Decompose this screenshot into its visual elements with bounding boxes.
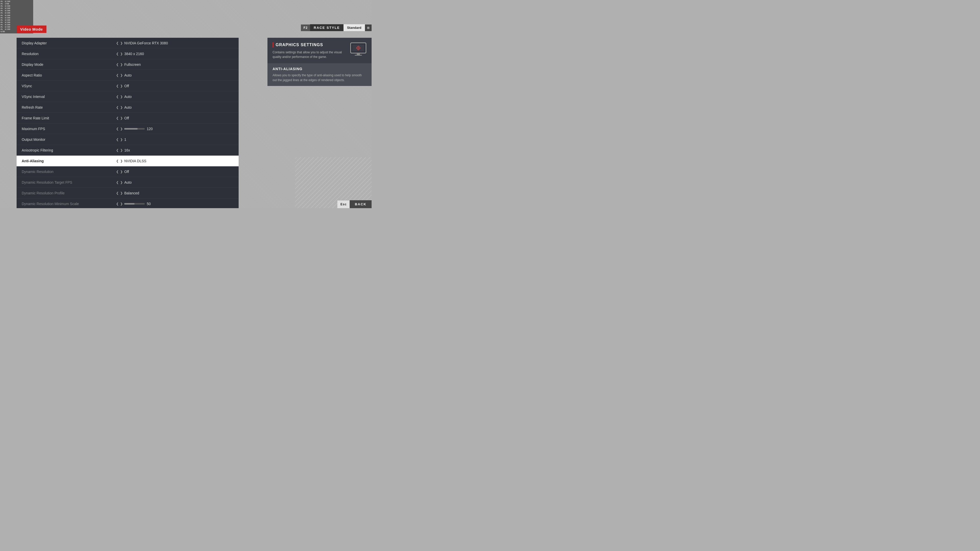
right-arrow[interactable]: ❯ bbox=[120, 170, 123, 173]
svg-rect-8 bbox=[356, 48, 357, 48]
left-arrow[interactable]: ❮ bbox=[116, 159, 119, 163]
slider-container[interactable]: 120 bbox=[124, 127, 153, 131]
row-label: Anti-Aliasing bbox=[22, 159, 116, 163]
settings-row[interactable]: Dynamic Resolution Target FPS❮❯Auto bbox=[17, 177, 239, 188]
grid-icon[interactable]: ⊞ bbox=[365, 24, 372, 31]
right-arrow[interactable]: ❯ bbox=[120, 63, 123, 66]
settings-row[interactable]: VSync Interval❮❯Auto bbox=[17, 91, 239, 102]
f2-badge: F2 bbox=[301, 24, 310, 31]
row-label: Output Monitor bbox=[22, 138, 116, 141]
row-value-container: ❮❯Fullscreen bbox=[116, 62, 141, 67]
left-arrow[interactable]: ❮ bbox=[116, 116, 119, 120]
right-arrow[interactable]: ❯ bbox=[120, 84, 123, 88]
right-arrow[interactable]: ❯ bbox=[120, 52, 123, 56]
svg-rect-6 bbox=[358, 46, 359, 47]
row-value: 3840 x 2160 bbox=[124, 52, 144, 56]
row-value-container: ❮❯50 bbox=[116, 202, 151, 206]
left-arrow[interactable]: ❮ bbox=[116, 52, 119, 56]
settings-row[interactable]: Anisotropic Filtering❮❯16x bbox=[17, 145, 239, 156]
right-arrow[interactable]: ❯ bbox=[120, 116, 123, 120]
settings-row[interactable]: Display Adapter❮❯NVIDIA GeForce RTX 3080 bbox=[17, 38, 239, 48]
settings-row[interactable]: Resolution❮❯3840 x 2160 bbox=[17, 48, 239, 59]
left-arrow[interactable]: ❮ bbox=[116, 84, 119, 88]
row-value: Auto bbox=[124, 180, 132, 184]
row-value-container: ❮❯Auto bbox=[116, 180, 132, 184]
right-arrow[interactable]: ❯ bbox=[120, 181, 123, 184]
left-arrow[interactable]: ❮ bbox=[116, 127, 119, 130]
settings-row[interactable]: Dynamic Resolution Minimum Scale❮❯50 bbox=[17, 198, 239, 208]
settings-row[interactable]: Dynamic Resolution❮❯Off bbox=[17, 166, 239, 177]
right-arrow[interactable]: ❯ bbox=[120, 202, 123, 206]
slider-track bbox=[124, 203, 145, 205]
slider-fill bbox=[124, 203, 135, 205]
settings-row[interactable]: Output Monitor❮❯1 bbox=[17, 134, 239, 145]
row-label: Dynamic Resolution Profile bbox=[22, 191, 116, 195]
top-bar: F2 RACE STYLE Standard ⊞ bbox=[301, 24, 372, 31]
right-arrow[interactable]: ❯ bbox=[120, 138, 123, 141]
row-value-container: ❮❯Off bbox=[116, 84, 129, 88]
slider-value: 50 bbox=[147, 202, 151, 206]
left-arrow[interactable]: ❮ bbox=[116, 95, 119, 98]
svg-rect-2 bbox=[357, 54, 360, 55]
row-value-container: ❮❯Off bbox=[116, 170, 129, 174]
settings-row[interactable]: Display Mode❮❯Fullscreen bbox=[17, 59, 239, 70]
settings-row[interactable]: VSync❮❯Off bbox=[17, 81, 239, 91]
row-value-container: ❮❯Balanced bbox=[116, 191, 139, 195]
row-value-container: ❮❯Auto bbox=[116, 105, 132, 110]
left-arrow[interactable]: ❮ bbox=[116, 191, 119, 195]
row-value: Off bbox=[124, 84, 129, 88]
left-arrow[interactable]: ❮ bbox=[116, 170, 119, 173]
svg-point-5 bbox=[358, 48, 359, 49]
row-label: Display Adapter bbox=[22, 41, 116, 45]
row-label: Refresh Rate bbox=[22, 105, 116, 110]
right-arrow[interactable]: ❯ bbox=[120, 127, 123, 130]
left-arrow[interactable]: ❮ bbox=[116, 202, 119, 206]
info-header: GRAPHICS SETTINGS Contains settings that… bbox=[267, 38, 372, 63]
settings-row[interactable]: Refresh Rate❮❯Auto bbox=[17, 102, 239, 113]
row-label: Anisotropic Filtering bbox=[22, 148, 116, 152]
svg-rect-3 bbox=[355, 55, 362, 56]
info-title: GRAPHICS SETTINGS bbox=[272, 42, 346, 48]
left-arrow[interactable]: ❮ bbox=[116, 41, 119, 45]
left-arrow[interactable]: ❮ bbox=[116, 73, 119, 77]
row-value-container: ❮❯Off bbox=[116, 116, 129, 120]
row-label: Dynamic Resolution Target FPS bbox=[22, 180, 116, 184]
settings-row[interactable]: Aspect Ratio❮❯Auto bbox=[17, 70, 239, 81]
row-value-container: ❮❯120 bbox=[116, 127, 153, 131]
row-value-container: ❮❯1 bbox=[116, 138, 126, 141]
row-value: Balanced bbox=[124, 191, 139, 195]
row-value: Auto bbox=[124, 73, 132, 77]
slider-container[interactable]: 50 bbox=[124, 202, 151, 206]
row-label: Display Mode bbox=[22, 62, 116, 67]
back-button[interactable]: BACK bbox=[350, 200, 372, 208]
right-arrow[interactable]: ❯ bbox=[120, 95, 123, 98]
row-value: NVIDIA GeForce RTX 3080 bbox=[124, 41, 168, 45]
left-arrow[interactable]: ❮ bbox=[116, 148, 119, 152]
right-arrow[interactable]: ❯ bbox=[120, 148, 123, 152]
left-arrow[interactable]: ❮ bbox=[116, 63, 119, 66]
right-arrow[interactable]: ❯ bbox=[120, 191, 123, 195]
info-panel: GRAPHICS SETTINGS Contains settings that… bbox=[267, 38, 372, 86]
settings-row[interactable]: Anti-Aliasing❮❯NVIDIA DLSS bbox=[17, 156, 239, 166]
row-value: 16x bbox=[124, 148, 130, 152]
row-value-container: ❮❯Auto bbox=[116, 73, 132, 77]
left-arrow[interactable]: ❮ bbox=[116, 138, 119, 141]
row-label: Dynamic Resolution Minimum Scale bbox=[22, 202, 116, 206]
settings-row[interactable]: Frame Rate Limit❮❯Off bbox=[17, 113, 239, 124]
settings-row[interactable]: Maximum FPS❮❯120 bbox=[17, 124, 239, 134]
left-arrow[interactable]: ❮ bbox=[116, 181, 119, 184]
row-value: Off bbox=[124, 170, 129, 174]
monitor-icon bbox=[350, 42, 366, 56]
settings-row[interactable]: Dynamic Resolution Profile❮❯Balanced bbox=[17, 188, 239, 198]
row-label: Frame Rate Limit bbox=[22, 116, 116, 120]
right-arrow[interactable]: ❯ bbox=[120, 41, 123, 45]
right-arrow[interactable]: ❯ bbox=[120, 73, 123, 77]
slider-fill bbox=[124, 128, 138, 130]
row-value-container: ❮❯NVIDIA GeForce RTX 3080 bbox=[116, 41, 168, 45]
left-arrow[interactable]: ❮ bbox=[116, 106, 119, 109]
right-arrow[interactable]: ❯ bbox=[120, 159, 123, 163]
row-label: Aspect Ratio bbox=[22, 73, 116, 77]
right-arrow[interactable]: ❯ bbox=[120, 106, 123, 109]
info-title-bar bbox=[272, 42, 274, 48]
row-label: Maximum FPS bbox=[22, 127, 116, 131]
